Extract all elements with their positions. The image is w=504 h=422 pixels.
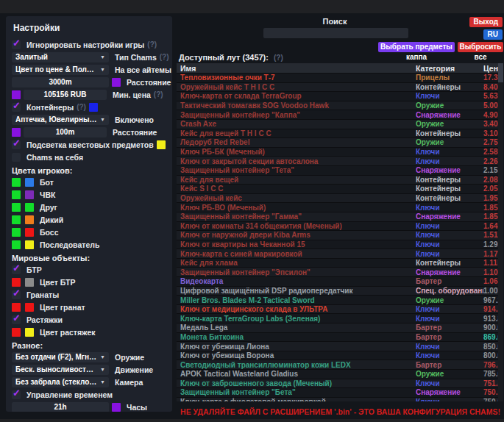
- text-input[interactable]: [12, 402, 109, 412]
- table-scrollbar[interactable]: [498, 63, 503, 401]
- checkbox-unchecked[interactable]: [12, 153, 21, 162]
- chevron-down-icon: ▼: [100, 379, 105, 385]
- color-swatch[interactable]: [12, 178, 21, 187]
- color-swatch[interactable]: [112, 78, 121, 87]
- color-swatch[interactable]: [25, 178, 34, 187]
- item-category: Снаряжение: [416, 268, 483, 276]
- column-header-name: Имя: [177, 64, 416, 73]
- table-row[interactable]: Защищенный контейнер "Тета"Снаряжение2.1…: [177, 166, 498, 176]
- color-swatch[interactable]: [12, 190, 21, 199]
- color-swatch[interactable]: [25, 203, 34, 212]
- table-row[interactable]: Защищенный контейнер "Эпсилон"Снаряжение…: [177, 268, 498, 277]
- table-row[interactable]: Ключ-карта от склада TerraGroupКлючи5.63…: [177, 92, 498, 101]
- color-swatch[interactable]: [112, 403, 121, 412]
- item-price: 914.3k: [483, 305, 498, 313]
- text-input[interactable]: [24, 90, 107, 100]
- table-row[interactable]: Ключ от убежища ВоронаКлючи800.0k: [177, 351, 498, 361]
- color-swatch[interactable]: [25, 303, 34, 312]
- table-row[interactable]: Ключ-карта с синей маркировкойКлючи1.17k…: [177, 249, 498, 259]
- checkbox-checked[interactable]: ✓: [12, 290, 21, 299]
- checkbox-checked[interactable]: ✓: [12, 40, 21, 49]
- text-input[interactable]: [24, 127, 107, 137]
- checkbox-checked[interactable]: ✓: [12, 315, 21, 324]
- table-row[interactable]: Светодиодный трансиллюминатор кожи LEDXБ…: [177, 360, 498, 370]
- table-row[interactable]: APOK Tactical Wasteland GladiusОружие785…: [177, 370, 498, 379]
- dropdown[interactable]: Беск. выносливость и нет уста▼: [12, 365, 109, 375]
- table-row[interactable]: Защищенный контейнер "Бета"Снаряжение750…: [177, 388, 498, 398]
- table-row[interactable]: Тактический томагавк SOG Voodoo HawkОруж…: [177, 101, 498, 111]
- control-label: Растяжки: [26, 315, 63, 324]
- table-row[interactable]: Ключ от квартиры на Чеканной 15Ключи1.29…: [177, 240, 498, 250]
- dropdown[interactable]: Залитый▼: [12, 52, 109, 62]
- table-row[interactable]: Ключ РБ-ВО (Меченый)Ключи1.85kk: [177, 203, 498, 212]
- color-swatch[interactable]: [12, 303, 21, 312]
- scrollbar-thumb[interactable]: [498, 63, 503, 82]
- table-row[interactable]: Защищенный контейнер "Гамма"Снаряжение1.…: [177, 212, 498, 222]
- table-row[interactable]: Ключ от комнаты 314 общежития (Меченый)К…: [177, 222, 498, 232]
- table-row[interactable]: Ключ РБ-БК (Меченый)Ключи2.58kk: [177, 148, 498, 157]
- color-swatch[interactable]: [25, 328, 34, 337]
- color-swatch[interactable]: [25, 240, 34, 249]
- table-row[interactable]: Ключ от закрытой секции автосалонаКлючи2…: [177, 157, 498, 166]
- color-swatch[interactable]: [12, 240, 21, 249]
- table-row[interactable]: Кейс S I C CКонтейнеры2.05kk: [177, 185, 498, 194]
- table-row[interactable]: Crash AxeОружие3.40kk: [177, 120, 498, 129]
- table-row[interactable]: Ключ от наружной двери Kiba ArmsКлючи1.5…: [177, 231, 498, 240]
- table-row[interactable]: Монета БиткоинаБартер869.6k: [177, 333, 498, 343]
- color-swatch[interactable]: [89, 103, 98, 112]
- table-row[interactable]: Ледоруб Red RebelОружие2.75kk: [177, 138, 498, 148]
- item-price: 750.0k: [483, 398, 498, 401]
- table-row[interactable]: Защищенный контейнер "Каппа"Снаряжение4.…: [177, 110, 498, 120]
- table-row[interactable]: Ключ от медицинского склада в УЛЬТРАКлюч…: [177, 305, 498, 315]
- search-input[interactable]: [263, 28, 408, 38]
- color-swatch[interactable]: [25, 215, 34, 224]
- color-swatch[interactable]: [157, 140, 166, 149]
- exit-button[interactable]: Выход: [469, 17, 503, 27]
- table-row[interactable]: Медаль LegaБартер900.0k: [177, 323, 498, 333]
- color-swatch[interactable]: [12, 128, 21, 137]
- dropdown[interactable]: Без отдачи (F2), Мгновенное п▼: [12, 352, 109, 362]
- table-row[interactable]: Miller Bros. Blades M-2 Tactical SwordОр…: [177, 296, 498, 305]
- item-category: Бартер: [416, 333, 483, 341]
- table-row[interactable]: Кейс для вещей T H I C CКонтейнеры3.10kk: [177, 129, 498, 139]
- checkbox-checked[interactable]: ✓: [12, 390, 21, 399]
- color-swatch[interactable]: [12, 278, 21, 287]
- dropdown[interactable]: Аптечка, Ювелирные и...▼: [12, 115, 109, 125]
- color-swatch[interactable]: [25, 190, 34, 199]
- table-row[interactable]: Ключ от заброшенного завода (Меченый)Клю…: [177, 379, 498, 389]
- item-category: Контейнеры: [416, 176, 483, 184]
- color-swatch[interactable]: [25, 278, 34, 287]
- table-row[interactable]: Оружейный кейс T H I C CКонтейнеры8.40kk: [177, 83, 498, 93]
- color-swatch[interactable]: [12, 328, 21, 337]
- checkmark-icon: ✓: [13, 100, 21, 111]
- color-swatch[interactable]: [12, 228, 21, 237]
- item-price: 1.11kk: [483, 259, 498, 267]
- color-swatch[interactable]: [12, 215, 21, 224]
- dropdown[interactable]: Без забрала (стекло шлема)▼: [12, 377, 109, 387]
- color-swatch[interactable]: [12, 90, 21, 99]
- select-kappa-items-button[interactable]: Выбрать предметы каппа: [378, 42, 455, 52]
- table-row[interactable]: Ключ-карта с фиолетовой маркировкойКлючи…: [177, 398, 498, 401]
- table-row[interactable]: Цифровой защищённый DSP радиопередатчикС…: [177, 287, 498, 296]
- item-price: 4.90kk: [483, 111, 498, 119]
- table-row[interactable]: Ключ от убежища ЛионаКлючи850.0k: [177, 342, 498, 351]
- text-input[interactable]: [12, 77, 109, 87]
- table-row[interactable]: Оружейный кейсКонтейнеры1.95kk: [177, 194, 498, 204]
- language-button[interactable]: RU: [483, 29, 503, 40]
- dropdown[interactable]: Цвет по цене & Пользователь▼: [12, 65, 109, 75]
- control-label: Цвет БТР: [40, 278, 75, 287]
- table-row[interactable]: Ключ-карта TerraGroup Labs (Зеленая)Ключ…: [177, 314, 498, 323]
- checkbox-checked[interactable]: ✓: [12, 265, 21, 274]
- table-row[interactable]: Кейс для вещейКонтейнеры2.08kk: [177, 176, 498, 185]
- table-row[interactable]: ВидеокартаБартер1.06kk: [177, 277, 498, 287]
- table-row[interactable]: Тепловизионные очки Т-7Прицелы17.33kk: [177, 74, 498, 83]
- table-row[interactable]: Кейс для хламаКонтейнеры1.11kk: [177, 259, 498, 268]
- item-price: 5.63kk: [483, 92, 498, 100]
- control-label: Оружие: [115, 353, 144, 362]
- checkbox-checked[interactable]: ✓: [12, 140, 21, 149]
- color-swatch[interactable]: [25, 228, 34, 237]
- checkbox-checked[interactable]: ✓: [12, 103, 21, 112]
- color-swatch[interactable]: [12, 203, 21, 212]
- item-name: Ключ от квартиры на Чеканной 15: [177, 240, 416, 248]
- discard-all-button[interactable]: Выбросить все: [458, 42, 503, 52]
